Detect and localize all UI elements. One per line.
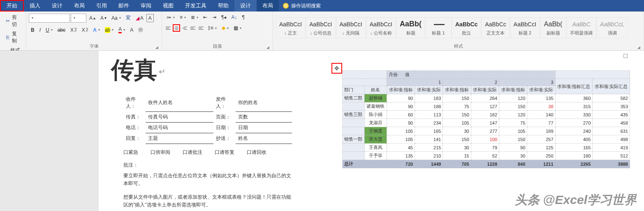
- bold-button[interactable]: B: [29, 26, 37, 34]
- italic-button[interactable]: I: [37, 26, 43, 34]
- pivot-table[interactable]: 月份 值123求和项:指标汇总求和项:实际汇总部门姓名求和项:指标求和项:实际求…: [342, 70, 630, 168]
- tell-me-search[interactable]: 操作说明搜索: [279, 0, 325, 12]
- table-move-handle[interactable]: [331, 63, 342, 74]
- style-item[interactable]: AaBbCcI↓ 公司名称: [366, 17, 396, 38]
- cut-button[interactable]: 剪切: [2, 13, 23, 29]
- tab-design[interactable]: 设计: [46, 0, 68, 12]
- right-document-page: 月份 值123求和项:指标汇总求和项:实际汇总部门姓名求和项:指标求和项:实际求…: [325, 51, 644, 211]
- font-family-combo[interactable]: ▾: [29, 14, 70, 23]
- underline-button[interactable]: U▾: [44, 26, 55, 34]
- change-case-button[interactable]: Aa▾: [109, 14, 123, 22]
- sort-button[interactable]: A↓: [229, 13, 239, 21]
- style-item[interactable]: AaBbCcI↓ 无间隔: [336, 17, 366, 38]
- watermark-text: 头条 @Excel学习世界: [515, 192, 637, 209]
- copy-button[interactable]: 复制: [2, 29, 23, 46]
- tab-help[interactable]: 帮助: [212, 0, 234, 12]
- paragraph-group-label: 段落◢: [164, 42, 270, 50]
- tab-view[interactable]: 视图: [157, 0, 179, 12]
- style-item[interactable]: AaBbCcI标题 2: [510, 17, 540, 38]
- highlight-button[interactable]: ab▾: [103, 26, 116, 34]
- numbering-button[interactable]: ≡▾: [178, 13, 188, 21]
- style-item[interactable]: AaBb(副标题: [540, 17, 566, 38]
- bullets-button[interactable]: ≔▾: [164, 13, 177, 21]
- style-item[interactable]: AaBbCcI↓ 正文: [276, 17, 306, 38]
- left-document-page: 传真 收件人：收件人姓名发件人：你的姓名传真：传真号码页面：页数电话：电话号码日…: [0, 51, 325, 211]
- style-item[interactable]: —标题 1: [425, 17, 452, 38]
- grow-font-button[interactable]: A▴: [87, 14, 97, 22]
- clear-format-button[interactable]: ◢A: [134, 14, 146, 22]
- document-area: 传真 收件人：收件人姓名发件人：你的姓名传真：传真号码页面：页数电话：电话号码日…: [0, 51, 644, 211]
- tab-table-layout[interactable]: 布局: [257, 0, 279, 12]
- show-marks-button[interactable]: ¶: [240, 13, 246, 21]
- strikethrough-button[interactable]: abc: [56, 26, 67, 34]
- style-item[interactable]: AaBbCc正文文本: [481, 17, 510, 38]
- decrease-indent-button[interactable]: ⇤: [201, 13, 209, 21]
- font-launcher-icon[interactable]: ◢: [155, 45, 158, 49]
- text-effects-button[interactable]: A▾: [91, 26, 102, 34]
- bulb-icon: [283, 3, 289, 9]
- styles-group-label: 样式◢: [276, 42, 641, 50]
- line-spacing-button[interactable]: ‡≡▾: [206, 24, 219, 32]
- style-item[interactable]: AaBbCc批注: [452, 17, 481, 38]
- tab-developer[interactable]: 开发工具: [179, 0, 212, 12]
- styles-launcher-icon[interactable]: ◢: [637, 45, 640, 49]
- tab-table-design[interactable]: 设计: [234, 0, 257, 12]
- tab-mailings[interactable]: 邮件: [113, 0, 135, 12]
- font-group-label: 字体◢: [29, 42, 159, 50]
- tab-layout[interactable]: 布局: [68, 0, 90, 12]
- ribbon: 剪切 复制 格式刷 贴板 ▾ ▾ A▴ A▾ Aa▾ 変 ◢A A B I U▾…: [0, 12, 644, 51]
- tab-review[interactable]: 审阅: [135, 0, 157, 12]
- increase-indent-button[interactable]: ⇥: [210, 13, 218, 21]
- checkbox-row: 口紧急口供审阅口请批注口请答复口请回收: [123, 149, 325, 156]
- tab-references[interactable]: 引用: [90, 0, 113, 12]
- styles-gallery[interactable]: AaBbCcI↓ 正文AaBbCcI↓ 公司信息AaBbCcI↓ 无间隔AaBb…: [276, 13, 641, 42]
- superscript-button[interactable]: X2: [80, 26, 90, 34]
- shrink-font-button[interactable]: A▾: [98, 14, 109, 22]
- borders-button[interactable]: ▦▾: [232, 24, 243, 32]
- style-item[interactable]: AaBbC不明显强调: [566, 17, 596, 38]
- tab-insert[interactable]: 插入: [24, 0, 46, 12]
- align-left-button[interactable]: [164, 24, 172, 32]
- align-right-button[interactable]: [181, 24, 188, 32]
- ltr-button[interactable]: ¶◂: [219, 13, 228, 21]
- tab-home[interactable]: 开始: [0, 0, 24, 12]
- font-size-combo[interactable]: ▾: [71, 14, 86, 23]
- ruler-mark: [623, 54, 628, 58]
- distribute-button[interactable]: [197, 24, 205, 32]
- subscript-button[interactable]: X2: [68, 26, 79, 34]
- ribbon-tabs: 开始 插入 设计 布局 引用 邮件 审阅 视图 开发工具 帮助 设计 布局 操作…: [0, 0, 644, 12]
- multilevel-button[interactable]: ≣▾: [189, 13, 200, 21]
- align-center-button[interactable]: [173, 24, 180, 32]
- shading-button[interactable]: ◆▾: [220, 24, 231, 32]
- character-border-button[interactable]: A: [146, 14, 154, 22]
- copy-icon: [5, 34, 11, 41]
- para-launcher-icon[interactable]: ◢: [266, 45, 269, 49]
- enclose-char-button[interactable]: ㊕: [136, 25, 145, 35]
- style-item[interactable]: AaBbCcI↓ 公司信息: [306, 17, 336, 38]
- phonetic-guide-button[interactable]: 変: [124, 13, 133, 23]
- fax-form-table: 收件人：收件人姓名发件人：你的姓名传真：传真号码页面：页数电话：电话号码日期：日…: [123, 94, 292, 144]
- font-color-button[interactable]: A▾: [116, 25, 127, 35]
- page-gutter: [0, 51, 99, 211]
- style-item[interactable]: AaBbCcL强调: [596, 17, 628, 38]
- scissors-icon: [5, 18, 11, 24]
- style-item[interactable]: AaBb(标题: [396, 17, 425, 38]
- search-placeholder: 操作说明搜索: [291, 2, 321, 9]
- character-shading-button[interactable]: A: [128, 26, 135, 34]
- note-label: 批注：: [123, 162, 325, 169]
- justify-button[interactable]: [189, 24, 197, 32]
- fax-title: 传真: [111, 55, 325, 86]
